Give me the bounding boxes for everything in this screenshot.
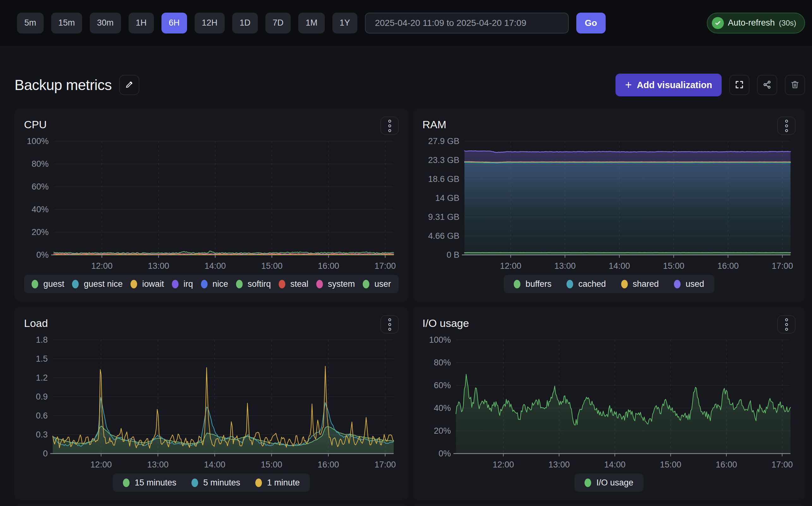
svg-text:0%: 0% — [438, 449, 451, 458]
svg-text:60%: 60% — [434, 381, 451, 390]
range-button-1y[interactable]: 1Y — [332, 13, 357, 33]
range-button-7d[interactable]: 7D — [265, 13, 291, 33]
svg-text:20%: 20% — [31, 228, 49, 237]
svg-text:40%: 40% — [31, 205, 49, 214]
range-button-15m[interactable]: 15m — [51, 13, 82, 33]
legend-label: nice — [213, 279, 228, 289]
go-button[interactable]: Go — [576, 13, 606, 33]
legend-dot — [674, 280, 680, 288]
range-button-6h[interactable]: 6H — [161, 13, 187, 33]
svg-text:14:00: 14:00 — [204, 460, 226, 470]
panel-ram: RAM 0 B4.66 GB9.31 GB14 GB18.6 GB23.3 GB… — [413, 108, 805, 301]
panel-menu-button[interactable] — [777, 315, 796, 334]
time-range-buttons: 5m15m30m1H6H12H1D7D1M1Y — [17, 13, 357, 33]
legend-item-system[interactable]: system — [316, 279, 355, 289]
svg-text:16:00: 16:00 — [717, 261, 739, 271]
legend-dot — [584, 479, 591, 487]
page-title: Backup metrics — [14, 76, 111, 93]
time-range-value: 2025-04-20 11:09 to 2025-04-20 17:09 — [375, 18, 526, 28]
legend-item-guest-nice[interactable]: guest nice — [72, 279, 123, 289]
svg-text:0.3: 0.3 — [36, 430, 48, 439]
panel-menu-button[interactable] — [381, 116, 399, 135]
legend-label: iowait — [142, 279, 164, 289]
range-button-1h[interactable]: 1H — [129, 13, 154, 33]
dashboard-header: Backup metrics + Add visualization — [14, 73, 805, 97]
range-button-5m[interactable]: 5m — [17, 13, 44, 33]
panel-cpu: CPU 0%20%40%60%80%100%12:0013:0014:0015:… — [14, 108, 408, 301]
kebab-icon — [388, 318, 391, 321]
chart-ram[interactable]: 0 B4.66 GB9.31 GB14 GB18.6 GB23.3 GB27.9… — [422, 137, 796, 273]
range-button-30m[interactable]: 30m — [90, 13, 121, 33]
trash-icon — [790, 80, 800, 90]
legend-dot — [255, 479, 262, 487]
svg-text:18.6 GB: 18.6 GB — [428, 174, 460, 184]
svg-text:1.2: 1.2 — [36, 373, 48, 383]
legend-item-15-minutes[interactable]: 15 minutes — [123, 478, 176, 488]
legend-dot — [514, 280, 520, 288]
legend: I/O usage — [574, 474, 643, 492]
add-visualization-button[interactable]: + Add visualization — [616, 74, 722, 96]
legend-label: 5 minutes — [203, 478, 240, 488]
svg-text:0 B: 0 B — [446, 250, 460, 260]
panel-title-cpu: CPU — [24, 116, 47, 131]
legend-label: used — [685, 279, 704, 289]
share-button[interactable] — [757, 75, 777, 95]
panel-title-load: Load — [24, 315, 48, 329]
legend-dot — [191, 479, 198, 487]
range-button-12h[interactable]: 12H — [194, 13, 225, 33]
legend-item-iowait[interactable]: iowait — [131, 279, 164, 289]
legend-item-shared[interactable]: shared — [621, 279, 659, 289]
legend-item-cached[interactable]: cached — [567, 279, 606, 289]
range-button-1m[interactable]: 1M — [298, 13, 325, 33]
edit-title-button[interactable] — [119, 75, 139, 95]
svg-text:16:00: 16:00 — [318, 460, 339, 470]
svg-text:17:00: 17:00 — [375, 460, 396, 470]
auto-refresh-toggle[interactable]: Auto-refresh (30s) — [707, 13, 805, 33]
legend-item-5-minutes[interactable]: 5 minutes — [191, 478, 240, 488]
panel-title-ram: RAM — [422, 116, 446, 131]
time-range-input[interactable]: 2025-04-20 11:09 to 2025-04-20 17:09 — [365, 13, 569, 33]
svg-text:13:00: 13:00 — [554, 261, 576, 271]
svg-text:80%: 80% — [434, 358, 451, 367]
svg-text:27.9 GB: 27.9 GB — [428, 137, 460, 146]
legend-item-used[interactable]: used — [674, 279, 704, 289]
delete-dashboard-button[interactable] — [785, 75, 805, 95]
svg-text:14 GB: 14 GB — [435, 193, 460, 203]
svg-text:0.9: 0.9 — [36, 392, 48, 402]
range-button-1d[interactable]: 1D — [232, 13, 258, 33]
legend-item-1-minute[interactable]: 1 minute — [255, 478, 300, 488]
legend-item-steal[interactable]: steal — [279, 279, 308, 289]
legend-dot — [123, 479, 130, 487]
legend-item-irq[interactable]: irq — [172, 279, 193, 289]
svg-text:12:00: 12:00 — [90, 460, 112, 470]
legend-item-i-o-usage[interactable]: I/O usage — [584, 478, 633, 488]
chart-load[interactable]: 00.30.60.91.21.51.812:0013:0014:0015:001… — [24, 335, 399, 471]
legend-dot — [316, 280, 323, 288]
chart-io[interactable]: 0%20%40%60%80%100%12:0013:0014:0015:0016… — [422, 335, 796, 471]
fullscreen-button[interactable] — [729, 75, 749, 95]
legend: guestguest niceiowaitirqnicesoftirqsteal… — [24, 275, 399, 293]
fullscreen-icon — [735, 80, 744, 90]
legend-label: irq — [183, 279, 193, 289]
kebab-icon — [785, 318, 788, 321]
svg-text:15:00: 15:00 — [261, 261, 283, 271]
svg-text:100%: 100% — [27, 137, 49, 146]
legend-item-guest[interactable]: guest — [31, 279, 64, 289]
legend-dot — [201, 280, 208, 288]
legend-dot — [621, 280, 628, 288]
svg-text:0: 0 — [43, 449, 48, 458]
legend-item-buffers[interactable]: buffers — [514, 279, 551, 289]
panel-menu-button[interactable] — [381, 315, 399, 334]
legend-item-nice[interactable]: nice — [201, 279, 228, 289]
svg-text:9.31 GB: 9.31 GB — [428, 212, 460, 222]
chart-cpu[interactable]: 0%20%40%60%80%100%12:0013:0014:0015:0016… — [24, 137, 399, 273]
panel-partial — [413, 504, 805, 506]
legend-item-softirq[interactable]: softirq — [236, 279, 271, 289]
legend-label: steal — [291, 279, 308, 289]
panel-menu-button[interactable] — [777, 116, 796, 135]
plus-icon: + — [625, 79, 632, 91]
legend-item-user[interactable]: user — [363, 279, 391, 289]
svg-text:17:00: 17:00 — [375, 261, 396, 271]
legend-label: system — [328, 279, 355, 289]
svg-text:15:00: 15:00 — [261, 460, 282, 470]
